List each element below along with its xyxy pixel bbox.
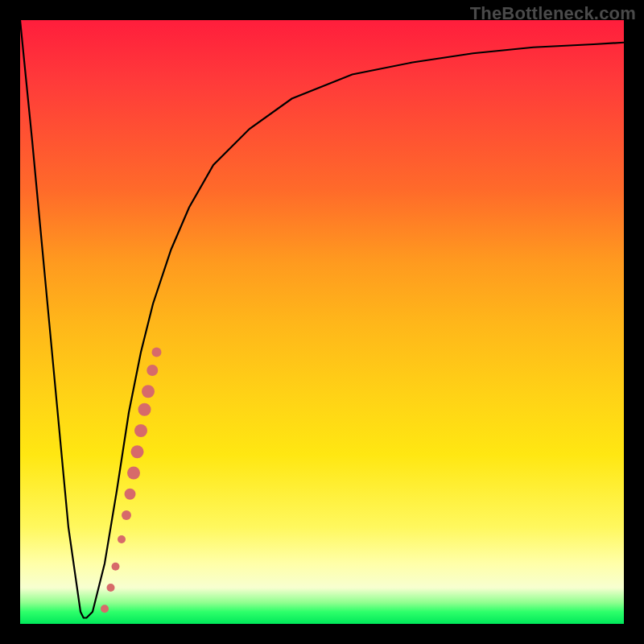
chart-stage: TheBottleneck.com	[0, 0, 644, 644]
curve-marker	[138, 403, 151, 416]
curve-marker	[107, 584, 115, 592]
curve-marker	[134, 424, 147, 437]
marker-layer	[101, 348, 162, 613]
plot-area	[20, 20, 624, 624]
curve-marker	[112, 563, 120, 571]
bottleneck-curve-path	[20, 20, 624, 618]
curve-marker	[127, 467, 140, 480]
curve-layer	[20, 20, 624, 618]
curve-marker	[122, 510, 131, 520]
curve-marker	[125, 489, 136, 500]
curve-marker	[131, 445, 144, 458]
curve-marker	[147, 365, 158, 376]
chart-svg	[20, 20, 624, 624]
curve-marker	[101, 605, 109, 613]
curve-marker	[142, 385, 155, 398]
curve-marker	[118, 535, 126, 543]
curve-marker	[152, 348, 162, 357]
